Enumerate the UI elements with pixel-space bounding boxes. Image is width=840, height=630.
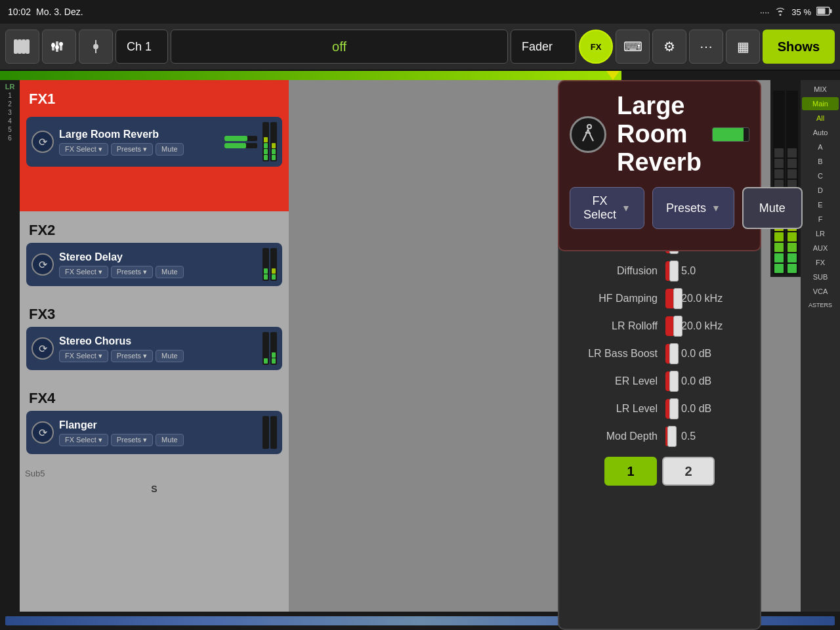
right-panel-a[interactable]: A <box>802 140 839 154</box>
fx1-header: FX1 <box>26 87 282 112</box>
fx1-card[interactable]: ⟳ Large Room Reverb FX Select ▾ Presets … <box>26 117 282 167</box>
svg-point-16 <box>59 42 63 46</box>
param-slider-er-level[interactable] <box>665 371 673 391</box>
off-indicator[interactable]: off <box>171 30 508 64</box>
reverb-fx-select-btn[interactable]: FX Select ▼ <box>570 187 644 229</box>
svg-point-19 <box>587 125 591 129</box>
svg-rect-6 <box>26 40 29 53</box>
fx4-fx-select-btn[interactable]: FX Select ▾ <box>59 434 108 446</box>
right-panel-b[interactable]: B <box>802 155 839 168</box>
right-panel-f[interactable]: F <box>802 213 839 226</box>
fx4-mute-btn[interactable]: Mute <box>156 434 183 446</box>
param-value-er-level: 0.0 dB <box>681 375 747 387</box>
lr-level-thumb[interactable] <box>669 398 679 419</box>
fx3-card[interactable]: ⟳ Stereo Chorus FX Select ▾ Presets ▾ Mu… <box>26 327 282 370</box>
right-panel-e[interactable]: E <box>802 198 839 211</box>
fx1-fx-select-btn[interactable]: FX Select ▾ <box>59 143 108 156</box>
param-label-lr-rolloff: LR Rolloff <box>572 320 658 332</box>
sub5-s-label: S <box>25 478 284 499</box>
param-row-lr-rolloff: LR Rolloff 20.0 kHz <box>572 316 747 336</box>
fx-button[interactable]: FX <box>579 30 613 64</box>
fx2-mute-btn[interactable]: Mute <box>156 266 183 278</box>
right-panel-aux[interactable]: AUX <box>802 242 839 255</box>
fx4-meters <box>262 416 277 449</box>
fx4-card[interactable]: ⟳ Flanger FX Select ▾ Presets ▾ Mute <box>26 411 282 454</box>
right-panel-auto[interactable]: Auto <box>802 126 839 139</box>
fx4-header: FX4 <box>26 386 282 411</box>
right-panel-sub[interactable]: SUB <box>802 270 839 284</box>
param-slider-lr-level[interactable] <box>665 399 673 419</box>
lr-bass-boost-thumb[interactable] <box>669 343 679 364</box>
reverb-level-bar <box>712 127 749 142</box>
reverb-presets-btn[interactable]: Presets ▼ <box>652 187 734 229</box>
param-slider-diffusion[interactable] <box>665 261 673 281</box>
fx3-presets-btn[interactable]: Presets ▾ <box>111 350 153 362</box>
fx2-section[interactable]: FX2 ⟳ Stereo Delay FX Select ▾ Presets ▾… <box>20 211 289 295</box>
shows-button[interactable]: Shows <box>763 30 835 64</box>
fx2-card[interactable]: ⟳ Stereo Delay FX Select ▾ Presets ▾ Mut… <box>26 243 282 286</box>
fx2-presets-btn[interactable]: Presets ▾ <box>111 266 153 278</box>
fx3-inner: Stereo Chorus FX Select ▾ Presets ▾ Mute <box>59 335 257 362</box>
eq-icon-btn[interactable] <box>42 30 76 64</box>
right-panel-c[interactable]: C <box>802 169 839 182</box>
param-slider-mod-depth[interactable] <box>665 427 673 446</box>
svg-rect-3 <box>14 40 17 53</box>
er-level-thumb[interactable] <box>669 371 679 392</box>
right-panel-lr[interactable]: LR <box>802 227 839 240</box>
param-value-diffusion: 5.0 <box>681 265 747 277</box>
right-panel-all[interactable]: All <box>802 112 839 125</box>
param-row-diffusion: Diffusion 5.0 <box>572 261 747 281</box>
pan-icon-btn[interactable] <box>79 30 113 64</box>
reverb-header: Large Room Reverb <box>570 92 749 177</box>
fader-label: Fader <box>511 30 576 64</box>
lr-rolloff-thumb[interactable] <box>673 316 682 337</box>
grid-icon-btn[interactable]: ▦ <box>726 30 760 64</box>
param-slider-lr-bass-boost[interactable] <box>665 344 673 364</box>
fx4-presets-btn[interactable]: Presets ▾ <box>111 434 153 446</box>
fx-sidebar: FX1 ⟳ Large Room Reverb FX Select ▾ Pres… <box>20 80 289 630</box>
fx1-presets-btn[interactable]: Presets ▾ <box>111 143 153 156</box>
fx2-fx-select-btn[interactable]: FX Select ▾ <box>59 266 108 278</box>
page-2-btn[interactable]: 2 <box>662 457 715 486</box>
settings-icon-btn[interactable]: ⚙ <box>652 30 686 64</box>
sub5-area: Sub5 S <box>20 463 289 505</box>
fx3-section[interactable]: FX3 ⟳ Stereo Chorus FX Select ▾ Presets … <box>20 295 289 379</box>
fx3-fx-select-btn[interactable]: FX Select ▾ <box>59 350 108 362</box>
battery-icon <box>816 7 832 18</box>
lr-rolloff-fill <box>665 316 673 336</box>
sub5-label: Sub5 <box>25 469 284 478</box>
fx1-section[interactable]: FX1 ⟳ Large Room Reverb FX Select ▾ Pres… <box>20 80 289 211</box>
fx4-section[interactable]: FX4 ⟳ Flanger FX Select ▾ Presets ▾ Mute <box>20 379 289 463</box>
status-time: 10:02 <box>8 7 31 17</box>
param-slider-lr-rolloff[interactable] <box>665 316 673 336</box>
mixer-icon-btn[interactable] <box>5 30 39 64</box>
main-vu-meters <box>770 80 801 277</box>
progress-bar <box>0 71 840 80</box>
right-panel-masters[interactable]: ASTERS <box>802 299 839 311</box>
reverb-mute-btn[interactable]: Mute <box>742 187 803 229</box>
param-slider-hf-damping[interactable] <box>665 289 673 308</box>
param-value-lr-rolloff: 20.0 kHz <box>681 320 747 332</box>
mod-depth-thumb[interactable] <box>667 426 677 447</box>
param-row-lr-bass-boost: LR Bass Boost 0.0 dB <box>572 344 747 364</box>
svg-rect-1 <box>818 8 826 14</box>
right-panel-fx[interactable]: FX <box>802 256 839 269</box>
keyboard-icon-btn[interactable]: ⌨ <box>616 30 650 64</box>
right-panel-mix[interactable]: MIX <box>802 83 839 96</box>
page-1-btn[interactable]: 1 <box>604 457 657 486</box>
right-panel-main[interactable]: Main <box>802 97 839 110</box>
diffusion-thumb[interactable] <box>669 261 679 282</box>
right-panel-vca[interactable]: VCA <box>802 285 839 298</box>
lr-label: LR <box>5 83 15 91</box>
progress-marker <box>606 71 620 80</box>
fx1-mute-btn[interactable]: Mute <box>156 143 183 156</box>
status-dots: ···· <box>760 7 769 17</box>
right-panel: MIX Main All Auto A B C D E F LR AUX FX … <box>801 80 840 630</box>
fx4-name: Flanger <box>59 419 257 431</box>
routing-icon-btn[interactable]: ⋯ <box>689 30 723 64</box>
presets-arrow: ▼ <box>711 203 721 213</box>
right-panel-d[interactable]: D <box>802 184 839 197</box>
channel-selector[interactable]: Ch 1 <box>116 30 168 64</box>
fx3-mute-btn[interactable]: Mute <box>156 350 183 362</box>
hf-damping-thumb[interactable] <box>673 288 682 309</box>
